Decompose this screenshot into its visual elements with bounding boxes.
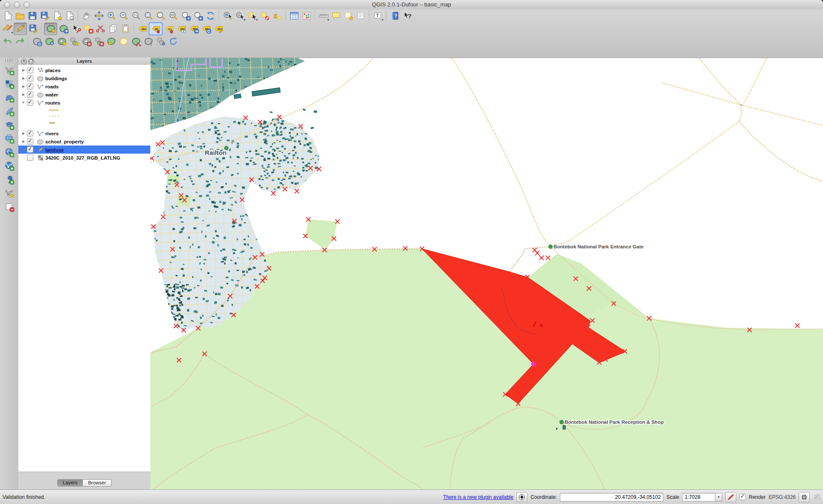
coordinate-input[interactable] <box>560 493 663 501</box>
new-bookmark-button[interactable] <box>342 10 354 22</box>
stop-render-icon[interactable] <box>725 492 736 502</box>
expand-arrow-icon[interactable]: ▶ <box>18 148 27 151</box>
add-mssql-layer-button[interactable] <box>3 119 15 131</box>
simplify-feature-button[interactable] <box>43 36 56 47</box>
add-wcs-layer-button[interactable] <box>3 146 15 158</box>
move-label-button[interactable]: abc <box>187 23 200 35</box>
show-bookmarks-button[interactable] <box>354 10 367 22</box>
expand-arrow-icon[interactable]: ▶ <box>18 140 27 143</box>
split-parts-button[interactable] <box>142 36 155 47</box>
expand-arrow-icon[interactable]: ▶ <box>18 76 27 80</box>
split-features-button[interactable] <box>130 36 142 47</box>
layer-item-water[interactable]: ▶water <box>18 90 150 99</box>
expand-arrow-icon[interactable]: ▶ <box>18 68 27 72</box>
delete-ring-button[interactable] <box>80 36 93 47</box>
layer-visibility-checkbox[interactable] <box>27 75 33 82</box>
show-hide-labels-button[interactable]: abc <box>175 23 187 35</box>
layer-item-buildings[interactable]: ▶buildings <box>18 74 150 82</box>
layer-item-3420C_2010_327_RGB_LATLNG[interactable]: 3420C_2010_327_RGB_LATLNG <box>18 154 150 162</box>
reshape-features-button[interactable] <box>105 36 117 47</box>
whats-this-button[interactable]: ? <box>401 10 413 22</box>
plugin-icon[interactable] <box>516 492 527 502</box>
rotate-label-button[interactable]: abc <box>200 23 212 35</box>
add-ring-button[interactable] <box>56 36 68 47</box>
zoom-next-button[interactable] <box>192 10 204 22</box>
cut-features-button[interactable] <box>94 23 107 35</box>
zoom-in-button[interactable] <box>105 10 117 22</box>
open-project-button[interactable] <box>14 10 26 22</box>
layer-visibility-checkbox[interactable] <box>27 91 33 98</box>
copy-features-button[interactable] <box>107 23 119 35</box>
move-feature-button[interactable] <box>57 23 70 35</box>
save-layer-edits-button[interactable] <box>27 23 39 35</box>
measure-line-button[interactable]: ▼ <box>317 10 330 22</box>
toolbar-handle[interactable] <box>5 59 13 62</box>
save-project-button[interactable] <box>26 10 38 22</box>
change-label-button[interactable]: abc <box>212 23 225 35</box>
paste-features-button[interactable] <box>119 23 132 35</box>
panel-tab-browser[interactable]: Browser <box>83 479 111 487</box>
delete-selected-button[interactable] <box>82 23 94 35</box>
layer-item-rivers[interactable]: ▶rivers <box>18 129 150 137</box>
add-part-button[interactable] <box>68 36 80 47</box>
layer-visibility-checkbox[interactable] <box>27 83 33 90</box>
field-calculator-button[interactable] <box>300 10 313 22</box>
plugin-available-link[interactable]: There is a new plugin available <box>443 494 513 500</box>
new-shapefile-layer-button[interactable] <box>3 187 15 199</box>
merge-features-button[interactable] <box>155 36 167 47</box>
add-postgis-layer-button[interactable] <box>3 92 15 103</box>
node-tool-button[interactable] <box>70 23 82 35</box>
identify-features-button[interactable]: i <box>221 10 234 22</box>
title-bar[interactable]: QGIS 2.0.1-Dufour – basic_map <box>0 0 823 10</box>
map-refresh-button[interactable] <box>204 10 217 22</box>
scale-input[interactable] <box>682 493 715 501</box>
resize-grip[interactable] <box>814 494 820 500</box>
expand-arrow-icon[interactable]: ▼ <box>18 101 27 105</box>
zoom-to-layer-button[interactable] <box>167 10 179 22</box>
pan-to-selection-button[interactable] <box>93 10 105 22</box>
crs-button[interactable] <box>799 492 810 502</box>
add-wfs-layer-button[interactable] <box>3 160 15 172</box>
rotate-feature-button[interactable] <box>31 36 43 47</box>
select-by-expression-button[interactable]: ε <box>271 10 283 22</box>
map-tips-button[interactable] <box>330 10 342 22</box>
zoom-full-button[interactable] <box>142 10 155 22</box>
layer-item-places[interactable]: ▶places <box>18 66 150 74</box>
add-feature-button[interactable] <box>44 23 57 35</box>
redo-button[interactable] <box>14 36 26 47</box>
select-features-button[interactable]: ▼ <box>246 10 258 22</box>
save-project-as-button[interactable] <box>38 10 51 22</box>
add-spatialite-layer-button[interactable] <box>3 105 15 117</box>
add-vector-layer-button[interactable] <box>3 64 15 76</box>
expand-arrow-icon[interactable]: ▶ <box>18 93 27 96</box>
scale-dropdown-icon[interactable]: ▼ <box>715 493 722 501</box>
add-wms-layer-button[interactable] <box>3 133 15 144</box>
render-checkbox[interactable] <box>739 494 746 500</box>
text-annotation-button[interactable]: T▼ <box>372 10 384 22</box>
zoom-out-button[interactable] <box>117 10 130 22</box>
open-attribute-table-button[interactable] <box>288 10 300 22</box>
panel-tab-layers[interactable]: Layers <box>57 479 83 487</box>
layer-visibility-checkbox[interactable] <box>27 146 33 153</box>
zoom-to-selection-button[interactable] <box>155 10 167 22</box>
delete-part-button[interactable] <box>93 36 105 47</box>
add-raster-layer-button[interactable] <box>3 78 15 90</box>
pin-labels-button[interactable]: ab <box>149 22 163 35</box>
layer-item-roads[interactable]: ▶roads <box>18 82 150 90</box>
layer-visibility-checkbox[interactable] <box>27 130 33 137</box>
new-composer-button[interactable] <box>51 10 63 22</box>
layer-visibility-checkbox[interactable] <box>27 99 33 106</box>
add-delimited-text-button[interactable] <box>3 174 15 185</box>
undo-button[interactable] <box>1 36 14 47</box>
toggle-editing-button[interactable] <box>14 23 27 35</box>
expand-arrow-icon[interactable]: ▶ <box>18 131 27 135</box>
new-project-button[interactable] <box>1 10 14 22</box>
composer-manager-button[interactable] <box>63 10 76 22</box>
pan-map-button[interactable] <box>80 10 93 22</box>
zoom-last-button[interactable] <box>179 10 192 22</box>
zoom-native-button[interactable]: 1:1 <box>130 10 142 22</box>
deselect-features-button[interactable] <box>258 10 271 22</box>
layer-visibility-checkbox[interactable] <box>27 67 33 73</box>
layer-visibility-checkbox[interactable] <box>27 154 33 161</box>
rotate-point-symbols-button[interactable] <box>167 36 179 47</box>
